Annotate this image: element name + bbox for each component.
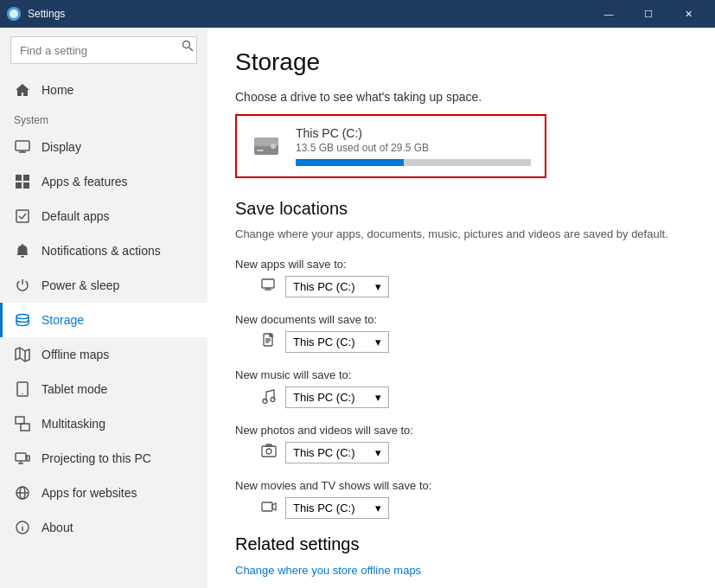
titlebar: Settings — ☐ ✕ xyxy=(0,0,715,28)
maximize-button[interactable]: ☐ xyxy=(629,0,668,28)
svg-point-31 xyxy=(271,144,276,149)
titlebar-controls: — ☐ ✕ xyxy=(589,0,708,28)
content-area: Storage Choose a drive to see what's tak… xyxy=(207,28,715,588)
sidebar-item-tablet-mode[interactable]: Tablet mode xyxy=(0,372,207,406)
svg-rect-3 xyxy=(16,141,29,150)
save-location-apps: New apps will save to: This PC (C:) ▾ xyxy=(235,258,687,297)
sidebar-label-offline-maps: Offline maps xyxy=(41,348,109,361)
sidebar-item-notifications[interactable]: Notifications & actions xyxy=(0,233,207,268)
svg-rect-42 xyxy=(262,446,276,457)
chevron-down-icon: ▾ xyxy=(375,502,381,514)
svg-rect-7 xyxy=(23,175,29,181)
web-icon xyxy=(14,484,31,502)
save-location-apps-row: This PC (C:) ▾ xyxy=(235,276,687,297)
default-icon xyxy=(14,208,31,225)
sidebar-item-projecting[interactable]: Projecting to this PC xyxy=(0,441,207,476)
titlebar-title: Settings xyxy=(28,8,65,20)
sidebar-label-multitasking: Multitasking xyxy=(41,417,105,431)
save-locations-desc: Change where your apps, documents, music… xyxy=(235,227,687,240)
svg-rect-10 xyxy=(16,210,29,222)
close-button[interactable]: ✕ xyxy=(668,0,708,28)
apps-dropdown[interactable]: This PC (C:) ▾ xyxy=(285,276,389,297)
document-icon xyxy=(261,333,277,351)
music-dropdown[interactable]: This PC (C:) ▾ xyxy=(285,387,389,408)
sidebar-item-home[interactable]: Home xyxy=(0,73,207,107)
svg-rect-8 xyxy=(16,182,22,189)
sidebar-item-power-sleep[interactable]: Power & sleep xyxy=(0,268,207,303)
sidebar-label-tablet-mode: Tablet mode xyxy=(41,382,107,396)
documents-dropdown[interactable]: This PC (C:) ▾ xyxy=(285,331,389,353)
svg-rect-9 xyxy=(23,182,29,189)
sidebar-item-offline-maps[interactable]: Offline maps xyxy=(0,337,207,372)
search-input[interactable] xyxy=(10,36,197,64)
sidebar-label-apps-features: Apps & features xyxy=(41,175,128,189)
bell-icon xyxy=(14,242,31,259)
project-icon xyxy=(14,450,31,467)
sidebar-item-multitasking[interactable]: Multitasking xyxy=(0,406,207,441)
save-location-music: New music will save to: This PC (C:) ▾ xyxy=(235,368,687,408)
svg-point-0 xyxy=(10,10,18,18)
drive-size: 13.5 GB used out of 29.5 GB xyxy=(296,142,531,154)
sidebar-label-home: Home xyxy=(41,83,73,97)
search-icon-button[interactable] xyxy=(182,40,194,54)
sidebar-label-storage: Storage xyxy=(41,313,84,327)
display-icon xyxy=(14,138,31,156)
sidebar: Home System Display Apps & features Defa… xyxy=(0,28,207,588)
save-location-movies: New movies and TV shows will save to: Th… xyxy=(235,479,687,519)
apps-icon xyxy=(14,173,31,190)
sidebar-item-apps-websites[interactable]: Apps for websites xyxy=(0,476,207,510)
save-location-apps-label: New apps will save to: xyxy=(235,258,687,271)
drive-card[interactable]: This PC (C:) 13.5 GB used out of 29.5 GB xyxy=(235,114,546,178)
minimize-button[interactable]: — xyxy=(589,0,629,28)
storage-subtitle: Choose a drive to see what's taking up s… xyxy=(235,90,687,104)
titlebar-left: Settings xyxy=(7,7,65,21)
svg-point-28 xyxy=(22,525,23,526)
video-icon xyxy=(261,499,277,517)
svg-rect-6 xyxy=(16,175,22,181)
system-label: System xyxy=(0,107,207,130)
svg-rect-22 xyxy=(27,456,29,461)
sidebar-label-apps-websites: Apps for websites xyxy=(41,486,137,500)
movies-dropdown[interactable]: This PC (C:) ▾ xyxy=(285,497,389,519)
drive-progress-fill xyxy=(296,159,404,166)
chevron-down-icon: ▾ xyxy=(375,446,381,459)
related-settings-title: Related settings xyxy=(235,534,687,554)
svg-rect-18 xyxy=(21,424,29,431)
chevron-down-icon: ▾ xyxy=(375,280,381,293)
sidebar-item-display[interactable]: Display xyxy=(0,130,207,164)
svg-rect-45 xyxy=(262,502,272,511)
svg-point-1 xyxy=(183,42,190,48)
svg-rect-33 xyxy=(262,279,274,288)
drive-progress-bar xyxy=(296,159,531,166)
offline-maps-link[interactable]: Change where you store offline maps xyxy=(235,564,421,577)
sidebar-label-display: Display xyxy=(41,140,81,154)
page-title: Storage xyxy=(235,48,687,76)
save-location-documents: New documents will save to: This PC (C:)… xyxy=(235,313,687,353)
music-icon xyxy=(261,388,277,406)
storage-icon xyxy=(14,311,31,329)
svg-marker-12 xyxy=(16,348,29,361)
svg-line-2 xyxy=(189,48,193,51)
sidebar-item-default-apps[interactable]: Default apps xyxy=(0,199,207,233)
save-locations-title: Save locations xyxy=(235,199,687,219)
app-container: Home System Display Apps & features Defa… xyxy=(0,28,715,588)
photo-icon xyxy=(261,444,277,462)
svg-rect-32 xyxy=(257,150,264,151)
drive-info: This PC (C:) 13.5 GB used out of 29.5 GB xyxy=(296,126,531,166)
svg-rect-44 xyxy=(266,444,271,446)
svg-rect-17 xyxy=(16,417,24,424)
save-location-photos: New photos and videos will save to: This… xyxy=(235,424,687,463)
sidebar-item-about[interactable]: About xyxy=(0,510,207,545)
drive-name: This PC (C:) xyxy=(296,126,531,140)
sidebar-item-storage[interactable]: Storage xyxy=(0,303,207,337)
svg-rect-19 xyxy=(16,453,26,461)
monitor-icon xyxy=(261,278,277,296)
photos-dropdown[interactable]: This PC (C:) ▾ xyxy=(285,442,389,463)
tablet-icon xyxy=(14,380,31,398)
chevron-down-icon: ▾ xyxy=(375,391,381,404)
sidebar-item-apps-features[interactable]: Apps & features xyxy=(0,164,207,199)
drive-icon xyxy=(251,131,282,162)
chevron-down-icon: ▾ xyxy=(375,336,381,348)
sidebar-label-projecting: Projecting to this PC xyxy=(41,451,151,465)
svg-point-43 xyxy=(266,449,271,454)
